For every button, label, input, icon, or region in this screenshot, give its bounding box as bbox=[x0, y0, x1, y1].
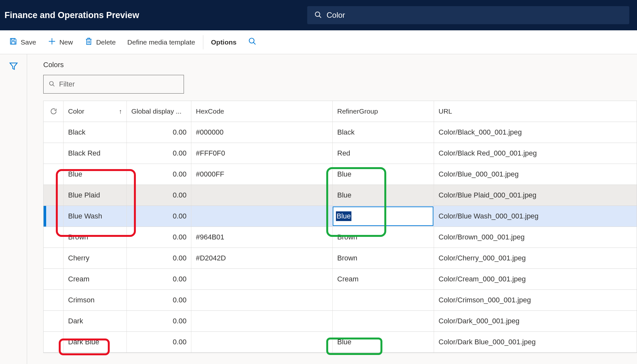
column-header-hexcode[interactable]: HexCode bbox=[191, 101, 333, 122]
cell-url[interactable]: Color/Blue Plaid_000_001.jpeg bbox=[434, 185, 637, 206]
row-marker[interactable] bbox=[44, 311, 64, 331]
cell-url[interactable]: Color/Dark_000_001.jpeg bbox=[434, 311, 637, 331]
cell-color[interactable]: Dark Blue bbox=[64, 332, 127, 352]
table-row[interactable]: Brown0.00#964B01BrownColor/Brown_000_001… bbox=[44, 227, 637, 248]
cell-global-display[interactable]: 0.00 bbox=[127, 185, 191, 206]
cell-global-display[interactable]: 0.00 bbox=[127, 311, 191, 331]
cell-global-display[interactable]: 0.00 bbox=[127, 206, 191, 227]
cell-refiner-group[interactable]: Blue bbox=[333, 332, 434, 352]
column-header-color[interactable]: Color ↑ bbox=[64, 101, 127, 122]
cell-global-display[interactable]: 0.00 bbox=[127, 122, 191, 143]
cell-refiner-group[interactable]: Blue bbox=[333, 185, 434, 206]
cell-url[interactable]: Color/Crimson_000_001.jpeg bbox=[434, 290, 637, 310]
cell-refiner-group[interactable]: Blue bbox=[333, 164, 434, 185]
cell-refiner-group[interactable]: Brown bbox=[333, 227, 434, 248]
table-row[interactable]: Cream0.00CreamColor/Cream_000_001.jpeg bbox=[44, 269, 637, 290]
cell-refiner-group[interactable]: Red bbox=[333, 143, 434, 164]
save-label: Save bbox=[21, 38, 36, 46]
table-row[interactable]: Blue0.00#0000FFBlueColor/Blue_000_001.jp… bbox=[44, 164, 637, 185]
cell-hexcode[interactable] bbox=[191, 185, 333, 206]
filter-box[interactable] bbox=[43, 75, 184, 94]
cell-hexcode[interactable]: #0000FF bbox=[191, 164, 333, 185]
cell-hexcode[interactable] bbox=[191, 290, 333, 310]
cell-hexcode[interactable]: #000000 bbox=[191, 122, 333, 143]
row-marker[interactable] bbox=[44, 332, 64, 352]
toolbar-search-button[interactable] bbox=[242, 30, 262, 54]
table-row[interactable]: Crimson0.00Color/Crimson_000_001.jpeg bbox=[44, 290, 637, 311]
cell-global-display[interactable]: 0.00 bbox=[127, 227, 191, 248]
cell-global-display[interactable]: 0.00 bbox=[127, 248, 191, 268]
define-media-template-button[interactable]: Define media template bbox=[122, 30, 201, 54]
row-marker[interactable] bbox=[44, 143, 64, 164]
cell-url[interactable]: Color/Brown_000_001.jpeg bbox=[434, 227, 637, 248]
cell-url[interactable]: Color/Black Red_000_001.jpeg bbox=[434, 143, 637, 164]
cell-url[interactable]: Color/Dark Blue_000_001.jpeg bbox=[434, 332, 637, 352]
cell-color[interactable]: Blue Wash bbox=[64, 206, 127, 227]
cell-color[interactable]: Dark bbox=[64, 311, 127, 331]
row-marker[interactable] bbox=[44, 227, 64, 248]
svg-line-11 bbox=[53, 85, 55, 86]
cell-hexcode[interactable] bbox=[191, 332, 333, 352]
cell-global-display[interactable]: 0.00 bbox=[127, 332, 191, 352]
cell-url[interactable]: Color/Blue Wash_000_001.jpeg bbox=[434, 206, 637, 227]
table-row[interactable]: Blue Plaid0.00BlueColor/Blue Plaid_000_0… bbox=[44, 185, 637, 206]
table-row[interactable]: Dark0.00Color/Dark_000_001.jpeg bbox=[44, 311, 637, 332]
cell-refiner-group[interactable] bbox=[333, 290, 434, 310]
cell-url[interactable]: Color/Cream_000_001.jpeg bbox=[434, 269, 637, 289]
top-search-input[interactable] bbox=[327, 11, 622, 20]
cell-color[interactable]: Cream bbox=[64, 269, 127, 289]
cell-refiner-group[interactable] bbox=[333, 311, 434, 331]
main-content: Colors Color ↑ Global display ... HexCod… bbox=[27, 54, 637, 364]
cell-hexcode[interactable]: #FFF0F0 bbox=[191, 143, 333, 164]
cell-color[interactable]: Black bbox=[64, 122, 127, 143]
table-row[interactable]: Blue Wash0.00BlueColor/Blue Wash_000_001… bbox=[44, 206, 637, 227]
save-button[interactable]: Save bbox=[3, 30, 42, 54]
column-header-url[interactable]: URL bbox=[434, 101, 637, 122]
delete-button[interactable]: Delete bbox=[79, 30, 122, 54]
cell-refiner-group[interactable]: Black bbox=[333, 122, 434, 143]
top-search[interactable] bbox=[307, 6, 629, 24]
cell-hexcode[interactable] bbox=[191, 269, 333, 289]
row-marker[interactable] bbox=[44, 269, 64, 289]
cell-color[interactable]: Black Red bbox=[64, 143, 127, 164]
column-header-global-display[interactable]: Global display ... bbox=[127, 101, 191, 122]
cell-hexcode[interactable] bbox=[191, 311, 333, 331]
row-marker[interactable] bbox=[44, 185, 64, 206]
cell-color[interactable]: Cherry bbox=[64, 248, 127, 268]
cell-global-display[interactable]: 0.00 bbox=[127, 143, 191, 164]
table-row[interactable]: Black Red0.00#FFF0F0RedColor/Black Red_0… bbox=[44, 143, 637, 164]
new-button[interactable]: New bbox=[42, 30, 79, 54]
cell-color[interactable]: Blue Plaid bbox=[64, 185, 127, 206]
row-marker[interactable] bbox=[44, 248, 64, 268]
cell-hexcode[interactable]: #964B01 bbox=[191, 227, 333, 248]
table-row[interactable]: Cherry0.00#D2042DBrownColor/Cherry_000_0… bbox=[44, 248, 637, 269]
column-header-refiner-group[interactable]: RefinerGroup bbox=[333, 101, 434, 122]
refresh-header[interactable] bbox=[44, 101, 64, 122]
cell-url[interactable]: Color/Cherry_000_001.jpeg bbox=[434, 248, 637, 268]
table-row[interactable]: Dark Blue0.00BlueColor/Dark Blue_000_001… bbox=[44, 332, 637, 353]
filter-input[interactable] bbox=[59, 80, 178, 88]
cell-color[interactable]: Blue bbox=[64, 164, 127, 185]
cell-url[interactable]: Color/Black_000_001.jpeg bbox=[434, 122, 637, 143]
row-marker[interactable] bbox=[44, 206, 64, 227]
cell-refiner-group[interactable]: Brown bbox=[333, 248, 434, 268]
filter-icon[interactable] bbox=[9, 61, 18, 364]
cell-global-display[interactable]: 0.00 bbox=[127, 164, 191, 185]
svg-rect-3 bbox=[12, 42, 15, 44]
row-marker[interactable] bbox=[44, 164, 64, 185]
cell-global-display[interactable]: 0.00 bbox=[127, 269, 191, 289]
cell-url[interactable]: Color/Blue_000_001.jpeg bbox=[434, 164, 637, 185]
cell-global-display[interactable]: 0.00 bbox=[127, 290, 191, 310]
row-marker[interactable] bbox=[44, 122, 64, 143]
options-button[interactable]: Options bbox=[205, 30, 242, 54]
editing-cell[interactable]: Blue bbox=[333, 207, 433, 226]
cell-hexcode[interactable] bbox=[191, 206, 333, 227]
cell-hexcode[interactable]: #D2042D bbox=[191, 248, 333, 268]
cell-refiner-group[interactable]: Blue bbox=[333, 206, 434, 227]
row-marker[interactable] bbox=[44, 290, 64, 310]
cell-refiner-group[interactable]: Cream bbox=[333, 269, 434, 289]
table-row[interactable]: Black0.00#000000BlackColor/Black_000_001… bbox=[44, 122, 637, 143]
top-header: Finance and Operations Preview bbox=[0, 0, 637, 30]
cell-color[interactable]: Crimson bbox=[64, 290, 127, 310]
cell-color[interactable]: Brown bbox=[64, 227, 127, 248]
